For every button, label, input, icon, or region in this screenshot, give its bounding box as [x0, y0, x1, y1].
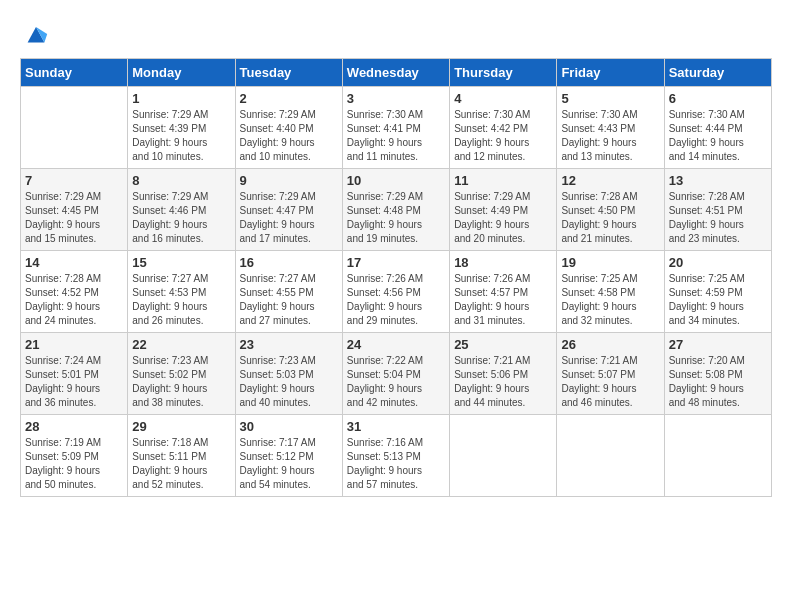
calendar-table: SundayMondayTuesdayWednesdayThursdayFrid…: [20, 58, 772, 497]
day-number: 29: [132, 419, 230, 434]
day-info: Sunrise: 7:16 AM Sunset: 5:13 PM Dayligh…: [347, 436, 445, 492]
calendar-cell: 16Sunrise: 7:27 AM Sunset: 4:55 PM Dayli…: [235, 251, 342, 333]
col-header-tuesday: Tuesday: [235, 59, 342, 87]
day-number: 1: [132, 91, 230, 106]
day-number: 12: [561, 173, 659, 188]
day-number: 30: [240, 419, 338, 434]
day-number: 19: [561, 255, 659, 270]
day-info: Sunrise: 7:28 AM Sunset: 4:50 PM Dayligh…: [561, 190, 659, 246]
day-info: Sunrise: 7:23 AM Sunset: 5:03 PM Dayligh…: [240, 354, 338, 410]
col-header-wednesday: Wednesday: [342, 59, 449, 87]
day-info: Sunrise: 7:18 AM Sunset: 5:11 PM Dayligh…: [132, 436, 230, 492]
day-number: 10: [347, 173, 445, 188]
calendar-cell: 5Sunrise: 7:30 AM Sunset: 4:43 PM Daylig…: [557, 87, 664, 169]
day-info: Sunrise: 7:17 AM Sunset: 5:12 PM Dayligh…: [240, 436, 338, 492]
day-info: Sunrise: 7:21 AM Sunset: 5:06 PM Dayligh…: [454, 354, 552, 410]
day-number: 11: [454, 173, 552, 188]
day-number: 26: [561, 337, 659, 352]
col-header-sunday: Sunday: [21, 59, 128, 87]
calendar-cell: 29Sunrise: 7:18 AM Sunset: 5:11 PM Dayli…: [128, 415, 235, 497]
day-number: 24: [347, 337, 445, 352]
day-number: 31: [347, 419, 445, 434]
day-number: 4: [454, 91, 552, 106]
day-number: 15: [132, 255, 230, 270]
calendar-cell: 15Sunrise: 7:27 AM Sunset: 4:53 PM Dayli…: [128, 251, 235, 333]
calendar-cell: 23Sunrise: 7:23 AM Sunset: 5:03 PM Dayli…: [235, 333, 342, 415]
calendar-cell: 25Sunrise: 7:21 AM Sunset: 5:06 PM Dayli…: [450, 333, 557, 415]
day-info: Sunrise: 7:21 AM Sunset: 5:07 PM Dayligh…: [561, 354, 659, 410]
day-number: 23: [240, 337, 338, 352]
day-info: Sunrise: 7:29 AM Sunset: 4:40 PM Dayligh…: [240, 108, 338, 164]
day-number: 17: [347, 255, 445, 270]
col-header-thursday: Thursday: [450, 59, 557, 87]
calendar-cell: 14Sunrise: 7:28 AM Sunset: 4:52 PM Dayli…: [21, 251, 128, 333]
day-info: Sunrise: 7:29 AM Sunset: 4:47 PM Dayligh…: [240, 190, 338, 246]
day-info: Sunrise: 7:19 AM Sunset: 5:09 PM Dayligh…: [25, 436, 123, 492]
calendar-cell: 1Sunrise: 7:29 AM Sunset: 4:39 PM Daylig…: [128, 87, 235, 169]
day-info: Sunrise: 7:29 AM Sunset: 4:48 PM Dayligh…: [347, 190, 445, 246]
calendar-cell: 22Sunrise: 7:23 AM Sunset: 5:02 PM Dayli…: [128, 333, 235, 415]
col-header-monday: Monday: [128, 59, 235, 87]
logo: [20, 20, 50, 48]
day-info: Sunrise: 7:29 AM Sunset: 4:39 PM Dayligh…: [132, 108, 230, 164]
calendar-cell: 18Sunrise: 7:26 AM Sunset: 4:57 PM Dayli…: [450, 251, 557, 333]
day-number: 13: [669, 173, 767, 188]
day-number: 20: [669, 255, 767, 270]
day-number: 22: [132, 337, 230, 352]
day-number: 5: [561, 91, 659, 106]
day-info: Sunrise: 7:29 AM Sunset: 4:49 PM Dayligh…: [454, 190, 552, 246]
col-header-friday: Friday: [557, 59, 664, 87]
calendar-cell: 10Sunrise: 7:29 AM Sunset: 4:48 PM Dayli…: [342, 169, 449, 251]
day-info: Sunrise: 7:30 AM Sunset: 4:42 PM Dayligh…: [454, 108, 552, 164]
calendar-cell: 13Sunrise: 7:28 AM Sunset: 4:51 PM Dayli…: [664, 169, 771, 251]
day-info: Sunrise: 7:29 AM Sunset: 4:46 PM Dayligh…: [132, 190, 230, 246]
day-info: Sunrise: 7:22 AM Sunset: 5:04 PM Dayligh…: [347, 354, 445, 410]
day-info: Sunrise: 7:23 AM Sunset: 5:02 PM Dayligh…: [132, 354, 230, 410]
calendar-cell: 8Sunrise: 7:29 AM Sunset: 4:46 PM Daylig…: [128, 169, 235, 251]
calendar-cell: 31Sunrise: 7:16 AM Sunset: 5:13 PM Dayli…: [342, 415, 449, 497]
calendar-cell: [664, 415, 771, 497]
calendar-cell: [557, 415, 664, 497]
day-info: Sunrise: 7:30 AM Sunset: 4:41 PM Dayligh…: [347, 108, 445, 164]
calendar-cell: 12Sunrise: 7:28 AM Sunset: 4:50 PM Dayli…: [557, 169, 664, 251]
calendar-cell: 7Sunrise: 7:29 AM Sunset: 4:45 PM Daylig…: [21, 169, 128, 251]
calendar-cell: 9Sunrise: 7:29 AM Sunset: 4:47 PM Daylig…: [235, 169, 342, 251]
calendar-cell: 21Sunrise: 7:24 AM Sunset: 5:01 PM Dayli…: [21, 333, 128, 415]
calendar-cell: 6Sunrise: 7:30 AM Sunset: 4:44 PM Daylig…: [664, 87, 771, 169]
day-number: 27: [669, 337, 767, 352]
day-number: 18: [454, 255, 552, 270]
col-header-saturday: Saturday: [664, 59, 771, 87]
day-info: Sunrise: 7:29 AM Sunset: 4:45 PM Dayligh…: [25, 190, 123, 246]
day-info: Sunrise: 7:28 AM Sunset: 4:51 PM Dayligh…: [669, 190, 767, 246]
day-info: Sunrise: 7:20 AM Sunset: 5:08 PM Dayligh…: [669, 354, 767, 410]
day-number: 8: [132, 173, 230, 188]
calendar-cell: 3Sunrise: 7:30 AM Sunset: 4:41 PM Daylig…: [342, 87, 449, 169]
calendar-cell: 19Sunrise: 7:25 AM Sunset: 4:58 PM Dayli…: [557, 251, 664, 333]
calendar-cell: 4Sunrise: 7:30 AM Sunset: 4:42 PM Daylig…: [450, 87, 557, 169]
logo-icon: [22, 20, 50, 48]
calendar-cell: 20Sunrise: 7:25 AM Sunset: 4:59 PM Dayli…: [664, 251, 771, 333]
day-number: 16: [240, 255, 338, 270]
day-number: 14: [25, 255, 123, 270]
calendar-cell: 2Sunrise: 7:29 AM Sunset: 4:40 PM Daylig…: [235, 87, 342, 169]
calendar-cell: 24Sunrise: 7:22 AM Sunset: 5:04 PM Dayli…: [342, 333, 449, 415]
day-info: Sunrise: 7:27 AM Sunset: 4:55 PM Dayligh…: [240, 272, 338, 328]
calendar-cell: 11Sunrise: 7:29 AM Sunset: 4:49 PM Dayli…: [450, 169, 557, 251]
day-number: 9: [240, 173, 338, 188]
day-info: Sunrise: 7:27 AM Sunset: 4:53 PM Dayligh…: [132, 272, 230, 328]
day-number: 28: [25, 419, 123, 434]
day-info: Sunrise: 7:26 AM Sunset: 4:56 PM Dayligh…: [347, 272, 445, 328]
day-info: Sunrise: 7:26 AM Sunset: 4:57 PM Dayligh…: [454, 272, 552, 328]
day-number: 25: [454, 337, 552, 352]
calendar-cell: 17Sunrise: 7:26 AM Sunset: 4:56 PM Dayli…: [342, 251, 449, 333]
day-info: Sunrise: 7:25 AM Sunset: 4:59 PM Dayligh…: [669, 272, 767, 328]
day-info: Sunrise: 7:30 AM Sunset: 4:44 PM Dayligh…: [669, 108, 767, 164]
calendar-cell: [21, 87, 128, 169]
page-header: [20, 20, 772, 48]
day-info: Sunrise: 7:30 AM Sunset: 4:43 PM Dayligh…: [561, 108, 659, 164]
calendar-cell: 30Sunrise: 7:17 AM Sunset: 5:12 PM Dayli…: [235, 415, 342, 497]
day-info: Sunrise: 7:28 AM Sunset: 4:52 PM Dayligh…: [25, 272, 123, 328]
day-info: Sunrise: 7:24 AM Sunset: 5:01 PM Dayligh…: [25, 354, 123, 410]
day-number: 3: [347, 91, 445, 106]
day-number: 2: [240, 91, 338, 106]
